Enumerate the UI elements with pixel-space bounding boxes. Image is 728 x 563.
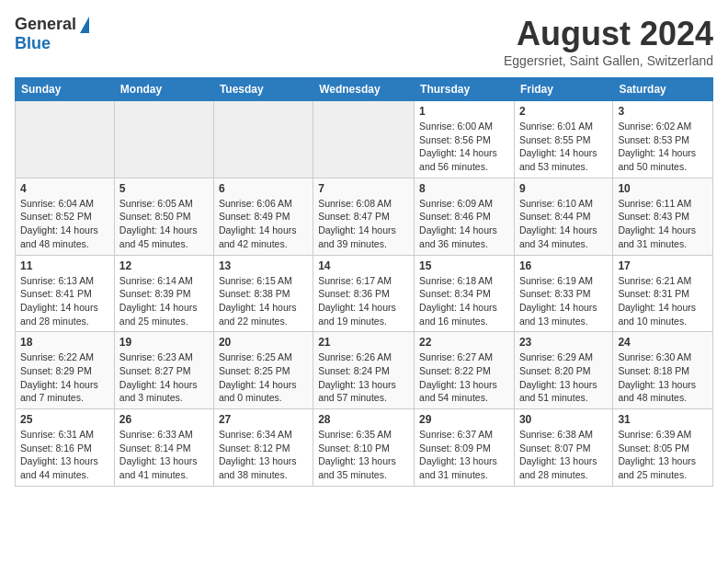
day-number: 14 — [318, 259, 409, 272]
calendar-cell: 29 Sunrise: 6:37 AMSunset: 8:09 PMDaylig… — [415, 409, 515, 487]
calendar-cell: 8 Sunrise: 6:09 AMSunset: 8:46 PMDayligh… — [415, 178, 515, 255]
calendar-cell: 5 Sunrise: 6:05 AMSunset: 8:50 PMDayligh… — [114, 178, 213, 255]
calendar-cell: 4 Sunrise: 6:04 AMSunset: 8:52 PMDayligh… — [16, 178, 115, 255]
week-row-4: 18 Sunrise: 6:22 AMSunset: 8:29 PMDaylig… — [16, 332, 713, 409]
day-info: Sunrise: 6:11 AMSunset: 8:43 PMDaylight:… — [618, 197, 708, 251]
day-info: Sunrise: 6:35 AMSunset: 8:10 PMDaylight:… — [318, 428, 409, 482]
day-number: 4 — [20, 182, 109, 195]
day-info: Sunrise: 6:26 AMSunset: 8:24 PMDaylight:… — [318, 350, 409, 405]
day-number: 31 — [618, 413, 708, 426]
day-info: Sunrise: 6:09 AMSunset: 8:46 PMDaylight:… — [419, 197, 509, 251]
calendar-cell: 13 Sunrise: 6:15 AMSunset: 8:38 PMDaylig… — [213, 255, 313, 332]
calendar-cell: 19 Sunrise: 6:23 AMSunset: 8:27 PMDaylig… — [114, 332, 213, 409]
day-number: 23 — [519, 336, 608, 349]
day-number: 28 — [318, 413, 409, 426]
day-number: 3 — [618, 105, 708, 118]
day-number: 13 — [219, 259, 308, 272]
day-info: Sunrise: 6:17 AMSunset: 8:36 PMDaylight:… — [318, 274, 409, 328]
day-info: Sunrise: 6:25 AMSunset: 8:25 PMDaylight:… — [219, 350, 308, 405]
day-info: Sunrise: 6:38 AMSunset: 8:07 PMDaylight:… — [519, 428, 608, 482]
calendar-cell — [114, 101, 213, 178]
calendar-cell: 20 Sunrise: 6:25 AMSunset: 8:25 PMDaylig… — [213, 332, 313, 409]
day-info: Sunrise: 6:01 AMSunset: 8:55 PMDaylight:… — [519, 120, 608, 174]
week-row-2: 4 Sunrise: 6:04 AMSunset: 8:52 PMDayligh… — [16, 178, 713, 255]
calendar-cell: 15 Sunrise: 6:18 AMSunset: 8:34 PMDaylig… — [415, 255, 515, 332]
location-subtitle: Eggersriet, Saint Gallen, Switzerland — [504, 53, 713, 68]
calendar-cell: 21 Sunrise: 6:26 AMSunset: 8:24 PMDaylig… — [313, 332, 415, 409]
day-header-tuesday: Tuesday — [213, 78, 313, 101]
calendar-cell: 1 Sunrise: 6:00 AMSunset: 8:56 PMDayligh… — [415, 101, 515, 178]
day-number: 21 — [318, 336, 409, 349]
calendar-cell: 10 Sunrise: 6:11 AMSunset: 8:43 PMDaylig… — [613, 178, 713, 255]
day-number: 10 — [618, 182, 708, 195]
day-number: 7 — [318, 182, 409, 195]
day-info: Sunrise: 6:30 AMSunset: 8:18 PMDaylight:… — [618, 350, 708, 405]
day-info: Sunrise: 6:34 AMSunset: 8:12 PMDaylight:… — [219, 428, 308, 482]
calendar-cell: 11 Sunrise: 6:13 AMSunset: 8:41 PMDaylig… — [16, 255, 115, 332]
calendar-cell: 2 Sunrise: 6:01 AMSunset: 8:55 PMDayligh… — [514, 101, 612, 178]
calendar-cell: 25 Sunrise: 6:31 AMSunset: 8:16 PMDaylig… — [16, 409, 115, 487]
day-number: 9 — [519, 182, 608, 195]
day-number: 20 — [219, 336, 308, 349]
month-year-title: August 2024 — [504, 15, 713, 53]
day-info: Sunrise: 6:05 AMSunset: 8:50 PMDaylight:… — [119, 197, 209, 251]
calendar-cell — [16, 101, 115, 178]
calendar-cell: 26 Sunrise: 6:33 AMSunset: 8:14 PMDaylig… — [114, 409, 213, 487]
day-info: Sunrise: 6:04 AMSunset: 8:52 PMDaylight:… — [20, 197, 109, 251]
logo: General Blue — [15, 15, 89, 53]
week-row-5: 25 Sunrise: 6:31 AMSunset: 8:16 PMDaylig… — [16, 409, 713, 487]
day-info: Sunrise: 6:29 AMSunset: 8:20 PMDaylight:… — [519, 350, 608, 405]
calendar-table: SundayMondayTuesdayWednesdayThursdayFrid… — [15, 77, 713, 487]
day-header-sunday: Sunday — [16, 78, 115, 101]
day-number: 15 — [419, 259, 509, 272]
day-info: Sunrise: 6:37 AMSunset: 8:09 PMDaylight:… — [419, 428, 509, 482]
day-header-wednesday: Wednesday — [313, 78, 415, 101]
day-number: 1 — [419, 105, 509, 118]
day-number: 5 — [119, 182, 209, 195]
day-info: Sunrise: 6:02 AMSunset: 8:53 PMDaylight:… — [618, 120, 708, 174]
day-info: Sunrise: 6:13 AMSunset: 8:41 PMDaylight:… — [20, 274, 109, 328]
day-info: Sunrise: 6:22 AMSunset: 8:29 PMDaylight:… — [20, 350, 109, 405]
calendar-cell: 9 Sunrise: 6:10 AMSunset: 8:44 PMDayligh… — [514, 178, 612, 255]
day-info: Sunrise: 6:21 AMSunset: 8:31 PMDaylight:… — [618, 274, 708, 328]
calendar-cell: 23 Sunrise: 6:29 AMSunset: 8:20 PMDaylig… — [514, 332, 612, 409]
day-header-monday: Monday — [114, 78, 213, 101]
day-info: Sunrise: 6:33 AMSunset: 8:14 PMDaylight:… — [119, 428, 209, 482]
days-header-row: SundayMondayTuesdayWednesdayThursdayFrid… — [16, 78, 713, 101]
day-info: Sunrise: 6:27 AMSunset: 8:22 PMDaylight:… — [419, 350, 509, 405]
day-info: Sunrise: 6:39 AMSunset: 8:05 PMDaylight:… — [618, 428, 708, 482]
calendar-cell: 14 Sunrise: 6:17 AMSunset: 8:36 PMDaylig… — [313, 255, 415, 332]
day-info: Sunrise: 6:08 AMSunset: 8:47 PMDaylight:… — [318, 197, 409, 251]
day-number: 18 — [20, 336, 109, 349]
calendar-cell: 28 Sunrise: 6:35 AMSunset: 8:10 PMDaylig… — [313, 409, 415, 487]
day-header-saturday: Saturday — [613, 78, 713, 101]
calendar-cell: 12 Sunrise: 6:14 AMSunset: 8:39 PMDaylig… — [114, 255, 213, 332]
day-info: Sunrise: 6:14 AMSunset: 8:39 PMDaylight:… — [119, 274, 209, 328]
day-number: 19 — [119, 336, 209, 349]
day-number: 17 — [618, 259, 708, 272]
day-info: Sunrise: 6:06 AMSunset: 8:49 PMDaylight:… — [219, 197, 308, 251]
day-number: 8 — [419, 182, 509, 195]
day-number: 12 — [119, 259, 209, 272]
calendar-cell: 16 Sunrise: 6:19 AMSunset: 8:33 PMDaylig… — [514, 255, 612, 332]
week-row-3: 11 Sunrise: 6:13 AMSunset: 8:41 PMDaylig… — [16, 255, 713, 332]
calendar-cell: 30 Sunrise: 6:38 AMSunset: 8:07 PMDaylig… — [514, 409, 612, 487]
calendar-cell: 27 Sunrise: 6:34 AMSunset: 8:12 PMDaylig… — [213, 409, 313, 487]
calendar-cell: 6 Sunrise: 6:06 AMSunset: 8:49 PMDayligh… — [213, 178, 313, 255]
logo-general-text: General — [15, 15, 76, 34]
day-number: 6 — [219, 182, 308, 195]
day-number: 22 — [419, 336, 509, 349]
day-info: Sunrise: 6:00 AMSunset: 8:56 PMDaylight:… — [419, 120, 509, 174]
calendar-cell: 7 Sunrise: 6:08 AMSunset: 8:47 PMDayligh… — [313, 178, 415, 255]
page-header: General Blue August 2024 Eggersriet, Sai… — [15, 15, 713, 68]
calendar-cell: 24 Sunrise: 6:30 AMSunset: 8:18 PMDaylig… — [613, 332, 713, 409]
calendar-cell: 18 Sunrise: 6:22 AMSunset: 8:29 PMDaylig… — [16, 332, 115, 409]
calendar-cell — [213, 101, 313, 178]
day-number: 27 — [219, 413, 308, 426]
week-row-1: 1 Sunrise: 6:00 AMSunset: 8:56 PMDayligh… — [16, 101, 713, 178]
day-number: 29 — [419, 413, 509, 426]
day-info: Sunrise: 6:23 AMSunset: 8:27 PMDaylight:… — [119, 350, 209, 405]
day-number: 24 — [618, 336, 708, 349]
day-number: 11 — [20, 259, 109, 272]
day-info: Sunrise: 6:15 AMSunset: 8:38 PMDaylight:… — [219, 274, 308, 328]
